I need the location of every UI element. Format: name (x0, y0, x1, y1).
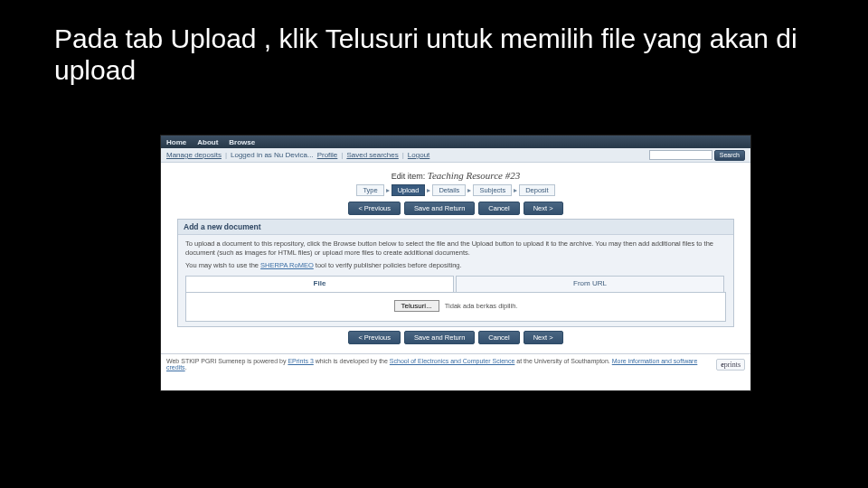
eprints-link[interactable]: EPrints 3 (288, 358, 313, 364)
ecs-link[interactable]: School of Electronics and Computer Scien… (390, 358, 515, 364)
saved-searches-link[interactable]: Saved searches (346, 151, 398, 159)
logged-in-text: Logged in as Nu Devica... (231, 151, 314, 159)
save-return-button[interactable]: Save and Return (404, 202, 475, 215)
previous-button[interactable]: < Previous (348, 202, 401, 215)
user-bar: Manage deposits | Logged in as Nu Devica… (161, 148, 750, 163)
panel-instruction-2: You may wish to use the SHERPA RoMEO too… (185, 261, 726, 270)
separator: | (402, 151, 404, 159)
step-subjects[interactable]: Subjects (473, 184, 512, 196)
browse-button[interactable]: Telusuri... (394, 300, 439, 312)
step-deposit[interactable]: Deposit (519, 184, 554, 196)
panel-heading: Add a new document (178, 220, 733, 235)
save-return-button[interactable]: Save and Return (404, 331, 475, 344)
footer: Web STKIP PGRI Sumenep is powered by EPr… (161, 353, 750, 374)
action-buttons-bottom: < Previous Save and Return Cancel Next > (177, 331, 734, 344)
step-type[interactable]: Type (356, 184, 383, 196)
tab-from-url[interactable]: From URL (456, 276, 724, 292)
footer-text: Web STKIP PGRI Sumenep is powered by EPr… (166, 358, 716, 371)
step-upload[interactable]: Upload (392, 184, 426, 196)
cancel-button[interactable]: Cancel (478, 331, 519, 344)
chevron-right-icon: ▸ (384, 186, 392, 194)
tab-file[interactable]: File (185, 276, 454, 292)
profile-link[interactable]: Profile (317, 151, 338, 159)
action-buttons-top: < Previous Save and Return Cancel Next > (177, 202, 734, 215)
next-button[interactable]: Next > (524, 202, 563, 215)
previous-button[interactable]: < Previous (348, 331, 401, 344)
manage-deposits-link[interactable]: Manage deposits (166, 151, 222, 159)
chevron-right-icon: ▸ (466, 186, 473, 194)
panel-instruction-1: To upload a document to this repository,… (185, 239, 726, 258)
nav-home[interactable]: Home (166, 138, 186, 146)
nav-about[interactable]: About (197, 138, 218, 146)
step-details[interactable]: Details (432, 184, 466, 196)
eprints-logo: eeprintsprints (716, 359, 745, 371)
search-button[interactable]: Search (714, 150, 745, 161)
chevron-right-icon: ▸ (425, 186, 432, 194)
nav-browse[interactable]: Browse (229, 138, 255, 146)
search-box: Search (649, 150, 745, 161)
item-name: Teaching Resource #23 (428, 170, 520, 181)
logout-link[interactable]: Logout (408, 151, 429, 159)
next-button[interactable]: Next > (524, 331, 563, 344)
file-upload-area: Telusuri... Tidak ada berkas dipilih. (185, 293, 726, 322)
upload-tabs: File From URL (185, 276, 726, 293)
no-file-text: Tidak ada berkas dipilih. (445, 302, 518, 311)
separator: | (341, 151, 343, 159)
sherpa-romeo-link[interactable]: SHERPA RoMEO (260, 261, 314, 269)
slide-title: Pada tab Upload , klik Telusuri untuk me… (0, 0, 868, 95)
chevron-right-icon: ▸ (512, 186, 519, 194)
edit-item-title: Edit item: Teaching Resource #23 (177, 170, 734, 181)
top-nav: Home About Browse (161, 136, 750, 148)
search-input[interactable] (649, 150, 712, 160)
cancel-button[interactable]: Cancel (478, 202, 519, 215)
wizard-steps: Type ▸ Upload ▸ Details ▸ Subjects ▸ Dep… (177, 184, 734, 196)
add-document-panel: Add a new document To upload a document … (177, 219, 734, 327)
app-screenshot: Home About Browse Manage deposits | Logg… (161, 136, 750, 390)
separator: | (225, 151, 227, 159)
